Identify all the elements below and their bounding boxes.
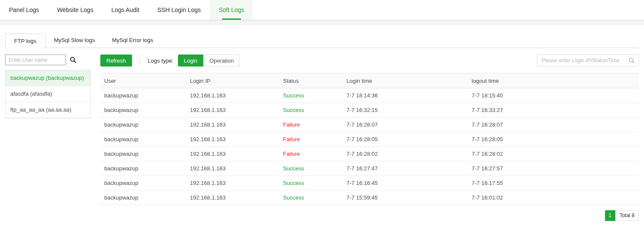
cell-login-time: 7-7 16:28:05 [343, 132, 468, 147]
log-search-input[interactable] [541, 57, 629, 64]
user-search-input[interactable] [5, 54, 66, 65]
cell-status: Success [279, 88, 343, 103]
table-row: backupwazup 192.168.1.163 Failure 7-7 16… [100, 147, 639, 161]
cell-user: backupwazup [100, 147, 186, 161]
logs-type-button[interactable]: Operation [203, 54, 240, 67]
user-search-row [5, 54, 91, 65]
header-tab-bar: Panel Logs Website Logs Logs Audit SSH L… [0, 0, 644, 20]
cell-user: backupwazup [100, 118, 186, 132]
table-row: backupwazup 192.168.1.163 Success 7-7 18… [100, 88, 639, 103]
cell-user: backupwazup [100, 132, 186, 147]
content-area: FTP logs MySql Slow logs MySql Error log… [0, 33, 644, 221]
logs-type-label: Logs type: [148, 58, 174, 64]
cell-login-time: 7-7 15:59:45 [343, 191, 468, 205]
cell-user: backupwazup [100, 103, 186, 118]
toolbar-divider [140, 57, 140, 64]
cell-status: Failure [279, 132, 343, 147]
cell-login-time: 7-7 18:14:36 [343, 88, 468, 103]
cell-user: backupwazup [100, 191, 186, 205]
cell-status: Success [279, 103, 343, 118]
cell-status: Success [279, 161, 343, 176]
cell-login-ip: 192.168.1.163 [186, 132, 279, 147]
log-search-box [537, 54, 639, 67]
log-panel: Refresh Logs type: Login Operation [100, 54, 639, 221]
cell-user: backupwazup [100, 176, 186, 191]
cell-logout-time: 7-7 16:17:55 [468, 176, 639, 191]
cell-logout-time: 7-7 16:28:05 [468, 132, 639, 147]
ftp-log-table: User Login IP Status Login time logout t… [100, 73, 639, 205]
cell-login-time: 7-7 16:32:15 [343, 103, 468, 118]
cell-status: Success [279, 191, 343, 205]
table-column-header: Login IP [186, 73, 279, 88]
section-divider-band [0, 20, 644, 25]
table-row: backupwazup 192.168.1.163 Success 7-7 16… [100, 176, 639, 191]
table-column-header: Status [279, 73, 343, 88]
cell-logout-time: 7-7 16:28:02 [468, 147, 639, 161]
header-tab[interactable]: Website Logs [48, 0, 102, 20]
search-icon[interactable] [629, 58, 635, 64]
table-row: backupwazup 192.168.1.163 Failure 7-7 16… [100, 118, 639, 132]
log-type-tab[interactable]: MySql Error logs [103, 33, 162, 48]
cell-login-ip: 192.168.1.163 [186, 147, 279, 161]
cell-login-ip: 192.168.1.163 [186, 176, 279, 191]
table-row: backupwazup 192.168.1.163 Success 7-7 16… [100, 161, 639, 176]
header-tab[interactable]: Soft Logs [210, 0, 253, 20]
header-tab[interactable]: Panel Logs [0, 0, 48, 20]
cell-login-ip: 192.168.1.163 [186, 118, 279, 132]
log-type-tab[interactable]: MySql Slow logs [45, 33, 103, 48]
pagination-total: Total 8 [615, 210, 639, 221]
cell-login-time: 7-7 16:28:07 [343, 118, 468, 132]
pagination: 1 Total 8 [100, 210, 639, 221]
main-row: backupwazup (backupwazup) afasdfa (afasd… [5, 54, 639, 221]
refresh-button[interactable]: Refresh [100, 54, 132, 67]
cell-logout-time: 7-7 16:33:27 [468, 103, 639, 118]
logs-type-toggle: Login Operation [178, 54, 240, 67]
cell-login-time: 7-7 16:16:45 [343, 176, 468, 191]
table-row: backupwazup 192.168.1.163 Success 7-7 16… [100, 103, 639, 118]
header-tab[interactable]: Logs Audit [102, 0, 148, 20]
cell-logout-time: 7-7 16:27:57 [468, 161, 639, 176]
cell-user: backupwazup [100, 161, 186, 176]
ftp-user-item[interactable]: backupwazup (backupwazup) [6, 70, 90, 86]
cell-user: backupwazup [100, 88, 186, 103]
table-column-header: logout time [468, 73, 639, 88]
table-row: backupwazup 192.168.1.163 Success 7-7 15… [100, 191, 639, 205]
ftp-user-item[interactable]: ftp_aa_aa_aa (aa.aa.aa) [6, 102, 90, 118]
table-header: User Login IP Status Login time logout t… [100, 73, 639, 88]
cell-status: Success [279, 176, 343, 191]
header-tab[interactable]: SSH Login Logs [148, 0, 210, 20]
logs-type-button[interactable]: Login [178, 54, 204, 67]
log-type-tab-bar: FTP logs MySql Slow logs MySql Error log… [5, 33, 639, 48]
user-search-button[interactable] [69, 56, 77, 64]
log-toolbar: Refresh Logs type: Login Operation [100, 54, 639, 67]
cell-logout-time: 7-7 16:28:07 [468, 118, 639, 132]
ftp-user-list: backupwazup (backupwazup) afasdfa (afasd… [5, 70, 91, 118]
cell-login-ip: 192.168.1.163 [186, 88, 279, 103]
search-icon [69, 56, 77, 64]
cell-logout-time: 7-7 18:15:40 [468, 88, 639, 103]
table-header-row: User Login IP Status Login time logout t… [100, 73, 639, 88]
cell-login-time: 7-7 16:28:02 [343, 147, 468, 161]
table-row: backupwazup 192.168.1.163 Failure 7-7 16… [100, 132, 639, 147]
user-sidebar: backupwazup (backupwazup) afasdfa (afasd… [5, 54, 91, 221]
table-column-header: Login time [343, 73, 468, 88]
table-column-header: User [100, 73, 186, 88]
cell-login-ip: 192.168.1.163 [186, 161, 279, 176]
ftp-user-item[interactable]: afasdfa (afasdfa) [6, 86, 90, 102]
cell-login-ip: 192.168.1.163 [186, 103, 279, 118]
cell-status: Failure [279, 118, 343, 132]
page-number-button[interactable]: 1 [605, 210, 615, 221]
cell-login-time: 7-7 16:27:47 [343, 161, 468, 176]
cell-status: Failure [279, 147, 343, 161]
cell-login-ip: 192.168.1.163 [186, 191, 279, 205]
table-body: backupwazup 192.168.1.163 Success 7-7 18… [100, 88, 639, 205]
cell-logout-time: 7-7 16:01:02 [468, 191, 639, 205]
log-type-tab[interactable]: FTP logs [5, 33, 45, 48]
